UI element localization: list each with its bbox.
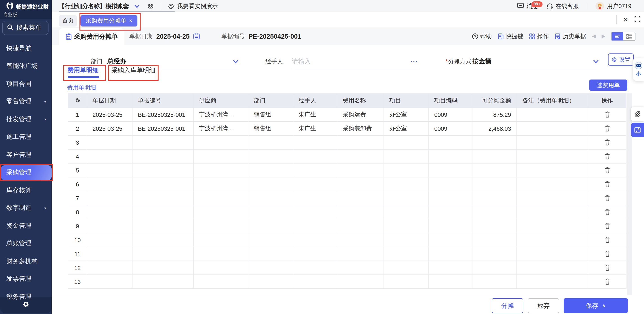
cell[interactable] — [472, 163, 517, 177]
cell[interactable] — [132, 219, 193, 233]
delete-row-icon[interactable] — [588, 178, 626, 191]
cell[interactable]: 2025-03-25 — [87, 108, 132, 122]
shortcuts-button[interactable]: 快捷键 — [498, 32, 523, 40]
demo-link[interactable]: 我要看实例演示 — [177, 2, 218, 10]
cell[interactable] — [293, 163, 337, 177]
help-button[interactable]: ? 帮助 — [472, 32, 492, 40]
cell[interactable] — [384, 275, 429, 288]
cell[interactable] — [472, 177, 517, 191]
cell[interactable] — [472, 136, 517, 149]
allocate-button[interactable]: 分摊 — [492, 298, 523, 313]
discard-button[interactable]: 放弃 — [528, 298, 559, 313]
cell[interactable] — [517, 247, 588, 261]
delete-row-icon[interactable] — [588, 247, 626, 260]
cell[interactable] — [337, 191, 384, 205]
settings-button[interactable]: 设置 — [608, 54, 634, 66]
delete-row-icon[interactable] — [588, 136, 626, 149]
cell[interactable] — [132, 261, 193, 275]
cell[interactable] — [384, 136, 429, 149]
cell[interactable] — [293, 233, 337, 247]
cell[interactable] — [384, 261, 429, 275]
cell[interactable]: 销售组 — [248, 122, 293, 136]
cell[interactable] — [472, 219, 517, 233]
cell[interactable] — [132, 136, 193, 149]
cell[interactable] — [132, 247, 193, 261]
cell[interactable]: 采购装卸费 — [337, 122, 384, 136]
cell[interactable] — [517, 136, 588, 149]
cell[interactable] — [193, 275, 248, 288]
cell[interactable] — [293, 191, 337, 205]
delete-row-icon[interactable] — [588, 205, 626, 219]
cell[interactable] — [472, 205, 517, 219]
delete-row-icon[interactable] — [588, 108, 626, 121]
cell[interactable] — [429, 191, 472, 205]
cell[interactable] — [429, 205, 472, 219]
sidebar-item-0[interactable]: 快捷导航 — [0, 40, 52, 57]
cell[interactable] — [248, 275, 293, 288]
cell[interactable] — [337, 163, 384, 177]
view-detail-icon[interactable] — [623, 32, 635, 40]
account-chevron-down-icon[interactable] — [134, 4, 140, 8]
cell[interactable] — [87, 275, 132, 288]
cell[interactable] — [517, 122, 588, 136]
cell[interactable] — [517, 163, 588, 177]
cell[interactable]: 0009 — [429, 122, 472, 136]
cell[interactable] — [193, 191, 248, 205]
sidebar-item-4[interactable]: 批发管理▼ — [0, 110, 52, 128]
cell[interactable] — [429, 247, 472, 261]
cell[interactable] — [517, 275, 588, 288]
cell[interactable] — [248, 233, 293, 247]
cell[interactable] — [337, 247, 384, 261]
cell[interactable] — [337, 219, 384, 233]
cell[interactable]: 朱广生 — [293, 122, 337, 136]
delete-row-icon[interactable] — [588, 261, 626, 274]
method-select[interactable]: 按金额 — [472, 54, 600, 69]
sidebar-item-9[interactable]: 数字制造▼ — [0, 199, 52, 217]
close-all-icon[interactable]: ✕ — [623, 16, 628, 23]
cell[interactable] — [193, 205, 248, 219]
cell[interactable] — [193, 233, 248, 247]
actions-button[interactable]: 操作 — [529, 32, 549, 40]
cell[interactable] — [132, 149, 193, 163]
cell[interactable] — [429, 219, 472, 233]
cell[interactable] — [132, 205, 193, 219]
cell[interactable] — [384, 163, 429, 177]
fullscreen-icon[interactable] — [634, 16, 640, 24]
cell[interactable] — [87, 261, 132, 275]
cell[interactable] — [472, 149, 517, 163]
sidebar-item-12[interactable]: 财务多机构 — [0, 252, 52, 270]
tab-expense-detail[interactable]: 费用单明细 — [67, 66, 99, 74]
cell[interactable] — [193, 261, 248, 275]
cell[interactable] — [472, 191, 517, 205]
ai-assistant-widget[interactable]: 小 — [633, 58, 644, 81]
doc-date-value[interactable]: 2025-04-25 — [156, 32, 190, 40]
cell[interactable] — [472, 261, 517, 275]
cell[interactable] — [517, 149, 588, 163]
cell[interactable]: BE-20250325-001 — [132, 122, 193, 136]
tab-inbound-detail[interactable]: 采购入库单明细 — [112, 66, 156, 74]
prev-doc-icon[interactable]: ◀ — [592, 33, 596, 39]
cell[interactable] — [337, 261, 384, 275]
cell[interactable] — [87, 205, 132, 219]
cell[interactable] — [248, 191, 293, 205]
cell[interactable] — [293, 261, 337, 275]
cell[interactable] — [87, 191, 132, 205]
cell[interactable] — [132, 275, 193, 288]
cell[interactable]: 2,468.03 — [472, 122, 517, 136]
cell[interactable] — [193, 177, 248, 191]
cell[interactable] — [384, 177, 429, 191]
cell[interactable] — [337, 177, 384, 191]
cell[interactable] — [337, 275, 384, 288]
cell[interactable] — [87, 247, 132, 261]
messages-button[interactable]: 消息 99+ — [517, 2, 538, 10]
cell[interactable] — [132, 163, 193, 177]
cell[interactable]: 宁波杭州湾... — [193, 122, 248, 136]
cell[interactable] — [132, 177, 193, 191]
cell[interactable]: 办公室 — [384, 122, 429, 136]
form-title-tab[interactable]: 采购费用分摊单 — [59, 28, 124, 45]
tab-close-icon[interactable]: × — [129, 18, 132, 24]
cell[interactable] — [517, 108, 588, 122]
topbar-gear-icon[interactable] — [147, 2, 154, 10]
cell[interactable]: 办公室 — [384, 108, 429, 122]
cell[interactable]: 875.29 — [472, 108, 517, 122]
